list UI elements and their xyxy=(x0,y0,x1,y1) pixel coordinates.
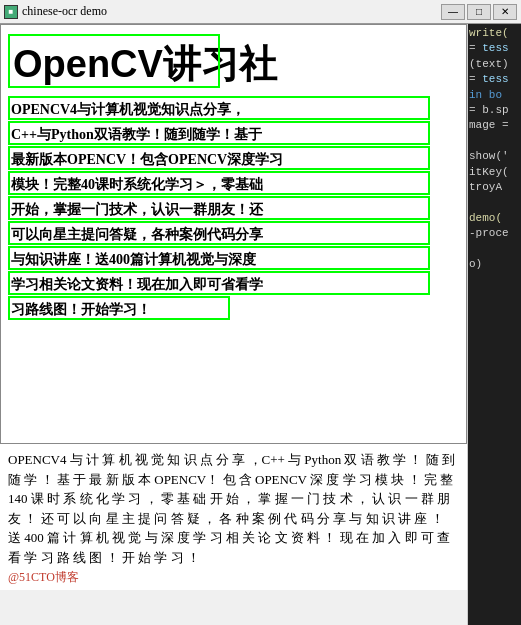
svg-text:与知识讲座！送400篇计算机视觉与深度: 与知识讲座！送400篇计算机视觉与深度 xyxy=(11,251,257,267)
svg-text:C++与Python双语教学！随到随学！基于: C++与Python双语教学！随到随学！基于 xyxy=(11,126,263,142)
bottom-text-content: OPENCV4 与 计 算 机 视 觉 知 识 点 分 享 ，C++ 与 Pyt… xyxy=(8,450,459,567)
code-line-7: mage = xyxy=(469,118,520,133)
svg-text:习路线图！开始学习！: 习路线图！开始学习！ xyxy=(11,301,151,317)
code-line-13: demo( xyxy=(469,211,520,226)
code-line-15 xyxy=(469,241,520,256)
svg-text:模块！完整40课时系统化学习＞，零基础: 模块！完整40课时系统化学习＞，零基础 xyxy=(10,176,263,192)
svg-text:学习相关论文资料！现在加入即可省看学: 学习相关论文资料！现在加入即可省看学 xyxy=(11,276,263,292)
title-bar-buttons[interactable]: — □ ✕ xyxy=(441,4,517,20)
bottom-text-section: OPENCV4 与 计 算 机 视 觉 知 识 点 分 享 ，C++ 与 Pyt… xyxy=(0,444,467,590)
left-panel: OpenCV讲习社 OPENCV4与计算机视觉知识点分享， C++与Python… xyxy=(0,24,468,625)
code-line-5: in bo xyxy=(469,88,520,103)
title-bar-text: chinese-ocr demo xyxy=(22,4,107,19)
title-bar-left: ■ chinese-ocr demo xyxy=(4,4,107,19)
maximize-button[interactable]: □ xyxy=(467,4,491,20)
close-button[interactable]: ✕ xyxy=(493,4,517,20)
code-line-11: troyA xyxy=(469,180,520,195)
code-line-3: (text) xyxy=(469,57,520,72)
svg-text:OPENCV4与计算机视觉知识点分享，: OPENCV4与计算机视觉知识点分享， xyxy=(11,101,245,117)
code-line-4: = tess xyxy=(469,72,520,87)
minimize-button[interactable]: — xyxy=(441,4,465,20)
svg-text:可以向星主提问答疑，各种案例代码分享: 可以向星主提问答疑，各种案例代码分享 xyxy=(11,226,264,242)
main-area: OpenCV讲习社 OPENCV4与计算机视觉知识点分享， C++与Python… xyxy=(0,24,521,625)
code-line-2: = tess xyxy=(469,41,520,56)
code-line-8 xyxy=(469,134,520,149)
right-panel: write( = tess (text) = tess in bo = b.sp… xyxy=(468,24,521,625)
svg-text:OpenCV讲习社: OpenCV讲习社 xyxy=(13,43,278,85)
ocr-window: OpenCV讲习社 OPENCV4与计算机视觉知识点分享， C++与Python… xyxy=(0,24,467,444)
title-bar: ■ chinese-ocr demo — □ ✕ xyxy=(0,0,521,24)
bottom-source: @51CTO博客 xyxy=(8,569,459,586)
code-line-10: itKey( xyxy=(469,165,520,180)
code-line-14: -proce xyxy=(469,226,520,241)
svg-text:开始，掌握一门技术，认识一群朋友！还: 开始，掌握一门技术，认识一群朋友！还 xyxy=(10,201,264,217)
code-line-9: show(' xyxy=(469,149,520,164)
app-icon: ■ xyxy=(4,5,18,19)
code-line-6: = b.sp xyxy=(469,103,520,118)
code-line-12 xyxy=(469,195,520,210)
ocr-svg: OpenCV讲习社 OPENCV4与计算机视觉知识点分享， C++与Python… xyxy=(1,25,457,444)
code-line-16: o) xyxy=(469,257,520,272)
code-line-1: write( xyxy=(469,26,520,41)
svg-text:最新版本OPENCV！包含OPENCV深度学习: 最新版本OPENCV！包含OPENCV深度学习 xyxy=(11,151,283,167)
